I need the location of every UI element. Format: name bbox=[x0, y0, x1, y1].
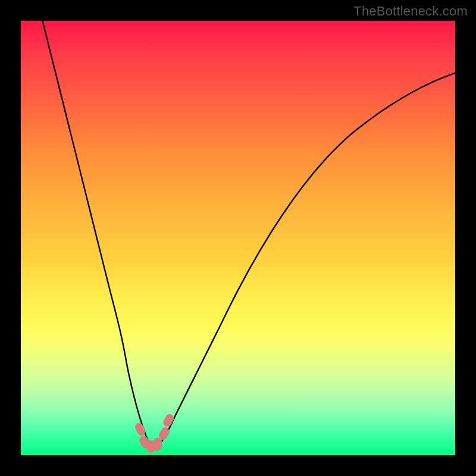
bottleneck-curve bbox=[43, 21, 456, 447]
curve-svg bbox=[21, 21, 455, 455]
chart-frame: TheBottleneck.com bbox=[0, 0, 476, 476]
curve-marker bbox=[154, 438, 162, 451]
watermark-text: TheBottleneck.com bbox=[353, 4, 468, 19]
plot-area bbox=[21, 21, 455, 455]
